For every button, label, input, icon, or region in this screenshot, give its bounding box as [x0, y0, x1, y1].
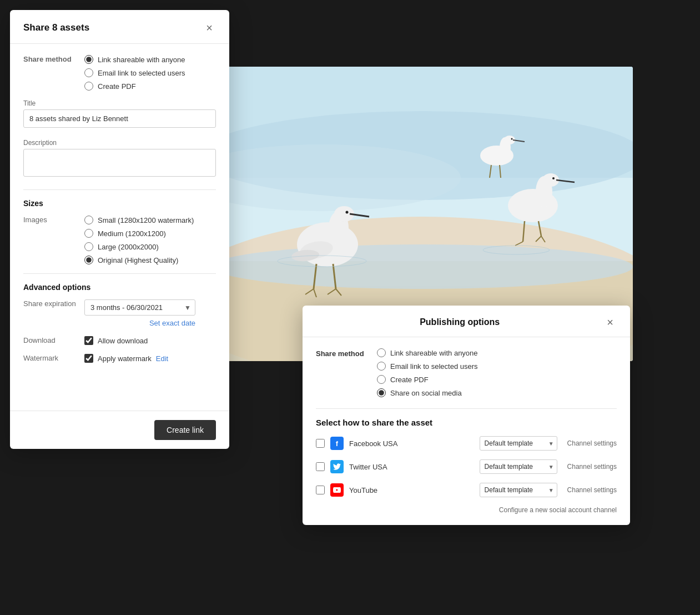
pub-share-method-radio-group: Link shareable with anyone Email link to… [377, 348, 478, 397]
svg-point-11 [346, 211, 349, 214]
size-radio-original[interactable] [84, 256, 93, 264]
share-option-email-link[interactable]: Email link to selected users [84, 68, 216, 77]
description-textarea[interactable] [23, 149, 216, 177]
share-option-link-anyone[interactable]: Link shareable with anyone [84, 55, 216, 64]
expiration-select[interactable]: 3 months - 06/30/2021 [84, 299, 195, 316]
twitter-social-row: Twitter USA Default template ▼ Channel s… [316, 459, 617, 474]
allow-download-label: Allow download [98, 337, 148, 345]
publishing-modal-body: Share method Link shareable with anyone … [303, 337, 630, 525]
size-original-label: Original (Highest Quality) [98, 256, 178, 264]
svg-point-34 [511, 138, 513, 140]
select-how-title: Select how to share the asset [316, 418, 617, 427]
share-option-link-anyone-label: Link shareable with anyone [98, 56, 185, 64]
apply-watermark-checkbox[interactable] [84, 354, 93, 363]
svg-point-24 [552, 177, 555, 179]
download-label: Download [23, 336, 84, 344]
title-field-label: Title [23, 99, 216, 107]
advanced-options-title: Advanced options [23, 283, 216, 292]
allow-download-checkbox-label[interactable]: Allow download [84, 336, 148, 345]
share-modal-body: Share method Link shareable with anyone … [10, 44, 229, 411]
set-exact-date-link[interactable]: Set exact date [84, 319, 195, 327]
apply-watermark-checkbox-label[interactable]: Apply watermark [84, 354, 152, 363]
share-modal-close-button[interactable]: × [203, 21, 216, 34]
share-assets-modal: Share 8 assets × Share method Link share… [10, 10, 229, 449]
share-option-create-pdf[interactable]: Create PDF [84, 82, 216, 91]
watermark-control: Apply watermark Edit [84, 354, 168, 363]
description-field-label: Description [23, 139, 216, 147]
pub-option-link-anyone-label: Link shareable with anyone [390, 349, 478, 357]
pub-option-email-link[interactable]: Email link to selected users [377, 362, 478, 371]
expiration-control: 3 months - 06/30/2021 ▼ Set exact date [84, 299, 195, 327]
size-radio-large[interactable] [84, 242, 93, 251]
publishing-modal-header: Publishing options × [303, 306, 630, 337]
size-option-original[interactable]: Original (Highest Quality) [84, 256, 216, 264]
youtube-channel-settings-link[interactable]: Channel settings [567, 486, 617, 494]
share-method-label: Share method [23, 55, 84, 63]
size-medium-label: Medium (1200x1200) [98, 229, 166, 238]
title-input[interactable] [23, 109, 216, 128]
pub-share-method-row: Share method Link shareable with anyone … [316, 348, 617, 397]
twitter-template-select[interactable]: Default template [480, 459, 557, 474]
allow-download-checkbox[interactable] [84, 336, 93, 345]
pub-option-social-media[interactable]: Share on social media [377, 388, 478, 397]
facebook-template-select[interactable]: Default template [480, 436, 557, 451]
divider-1 [23, 189, 216, 190]
download-field: Download Allow download [23, 336, 216, 345]
sizes-section-title: Sizes [23, 199, 216, 208]
watermark-edit-link[interactable]: Edit [156, 354, 168, 363]
pub-radio-link-anyone[interactable] [377, 348, 386, 357]
create-link-button[interactable]: Create link [154, 420, 216, 440]
twitter-channel-settings-link[interactable]: Channel settings [567, 463, 617, 471]
svg-point-6 [211, 244, 633, 289]
facebook-channel-name: Facebook USA [349, 439, 474, 448]
share-option-create-pdf-label: Create PDF [98, 82, 136, 91]
youtube-channel-name: YouTube [349, 486, 474, 494]
pub-divider [316, 408, 617, 409]
youtube-checkbox[interactable] [316, 486, 325, 494]
youtube-icon [330, 483, 344, 497]
images-size-field: Images Small (1280x1200 watermark) Mediu… [23, 216, 216, 264]
pub-option-link-anyone[interactable]: Link shareable with anyone [377, 348, 478, 357]
share-radio-link-anyone[interactable] [84, 55, 93, 64]
size-option-medium[interactable]: Medium (1200x1200) [84, 229, 216, 238]
share-radio-create-pdf[interactable] [84, 82, 93, 91]
publishing-modal-close-button[interactable]: × [603, 316, 617, 329]
configure-new-account-link[interactable]: Configure a new social account channel [316, 506, 617, 514]
share-modal-footer: Create link [10, 411, 229, 449]
facebook-checkbox[interactable] [316, 439, 325, 448]
size-option-large[interactable]: Large (2000x2000) [84, 242, 216, 251]
facebook-social-row: f Facebook USA Default template ▼ Channe… [316, 436, 617, 451]
twitter-icon [330, 460, 344, 473]
facebook-icon: f [330, 437, 344, 450]
pub-option-email-link-label: Email link to selected users [390, 362, 478, 371]
description-field-group: Description [23, 139, 216, 178]
facebook-channel-settings-link[interactable]: Channel settings [567, 439, 617, 447]
size-radio-small[interactable] [84, 216, 93, 224]
pub-radio-create-pdf[interactable] [377, 375, 386, 384]
pub-option-create-pdf-label: Create PDF [390, 376, 429, 384]
youtube-template-select[interactable]: Default template [480, 483, 557, 497]
apply-watermark-label: Apply watermark [98, 354, 152, 363]
pub-radio-social-media[interactable] [377, 388, 386, 397]
size-small-label: Small (1280x1200 watermark) [98, 216, 194, 224]
twitter-checkbox[interactable] [316, 462, 325, 471]
publishing-modal-title: Publishing options [316, 317, 603, 327]
share-method-radio-group: Link shareable with anyone Email link to… [84, 55, 216, 91]
pub-radio-email-link[interactable] [377, 362, 386, 371]
size-radio-medium[interactable] [84, 229, 93, 238]
expiration-label: Share expiration [23, 299, 84, 308]
pub-option-create-pdf[interactable]: Create PDF [377, 375, 478, 384]
pub-share-method-label: Share method [316, 348, 377, 358]
twitter-channel-name: Twitter USA [349, 463, 474, 471]
pub-option-social-media-label: Share on social media [390, 389, 462, 397]
share-radio-email-link[interactable] [84, 68, 93, 77]
publishing-options-modal: Publishing options × Share method Link s… [303, 306, 630, 525]
share-modal-title: Share 8 assets [23, 22, 89, 33]
image-size-radio-group: Small (1280x1200 watermark) Medium (1200… [84, 216, 216, 264]
expiration-field: Share expiration 3 months - 06/30/2021 ▼… [23, 299, 216, 327]
youtube-social-row: YouTube Default template ▼ Channel setti… [316, 483, 617, 497]
size-option-small[interactable]: Small (1280x1200 watermark) [84, 216, 216, 224]
share-method-field: Share method Link shareable with anyone … [23, 55, 216, 91]
watermark-label: Watermark [23, 354, 84, 362]
share-option-email-link-label: Email link to selected users [98, 69, 185, 77]
